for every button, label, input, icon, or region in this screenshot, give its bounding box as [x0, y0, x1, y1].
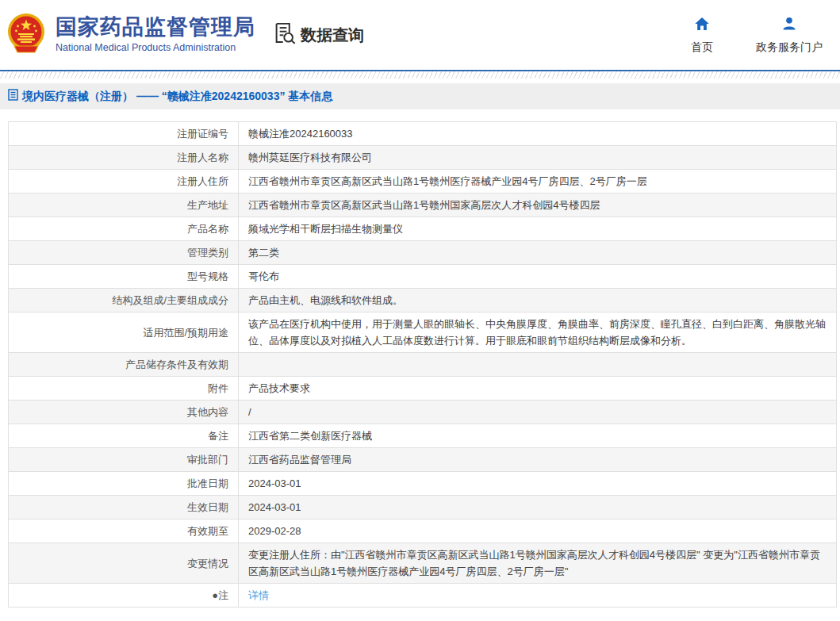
row-label: 产品名称 — [9, 217, 239, 241]
row-label: 产品储存条件及有效期 — [9, 353, 239, 377]
row-label: 变更情况 — [9, 543, 239, 584]
nav-home[interactable]: 首页 — [683, 16, 721, 55]
row-value: / — [239, 401, 837, 424]
row-value: 江西省赣州市章贡区高新区武当山路1号赣州国家高层次人才科创园4号楼四层 — [239, 194, 837, 217]
table-row-approval-date: 批准日期 2024-03-01 — [9, 472, 837, 496]
table-row-production-address: 生产地址 江西省赣州市章贡区高新区武当山路1号赣州国家高层次人才科创园4号楼四层 — [9, 194, 837, 217]
table-row-registrant-name: 注册人名称 赣州莫廷医疗科技有限公司 — [9, 146, 837, 170]
breadcrumb-text: 境内医疗器械（注册） —— “赣械注准20242160033” 基本信息 — [22, 90, 332, 104]
nav-portal-label: 政务服务门户 — [756, 40, 823, 55]
row-value: 赣械注准20242160033 — [239, 122, 837, 146]
row-label: 生效日期 — [9, 496, 239, 519]
nav-home-label: 首页 — [691, 40, 713, 55]
row-value: 赣州莫廷医疗科技有限公司 — [239, 146, 837, 170]
row-label: 其他内容 — [9, 401, 239, 424]
row-label: 管理类别 — [9, 241, 239, 265]
row-value: 详情 — [239, 584, 837, 608]
row-label: 适用范围/预期用途 — [9, 312, 239, 353]
table-row-change-record: 变更情况 变更注册人住所：由"江西省赣州市章贡区高新区武当山路1号赣州国家高层次… — [9, 543, 837, 584]
table-row-reg-number: 注册证编号 赣械注准20242160033 — [9, 122, 837, 146]
document-icon — [8, 89, 22, 104]
registration-info: 注册证编号 赣械注准20242160033 注册人名称 赣州莫廷医疗科技有限公司… — [8, 121, 837, 608]
org-name-en: National Medical Products Administration — [56, 43, 255, 54]
document-search-icon — [273, 21, 297, 48]
row-label: 审批部门 — [9, 448, 239, 472]
row-value: 频域光学相干断层扫描生物测量仪 — [239, 217, 837, 241]
row-label: 备注 — [9, 424, 239, 448]
breadcrumb: 境内医疗器械（注册） —— “赣械注准20242160033” 基本信息 — [0, 83, 840, 109]
row-value: 2024-03-01 — [239, 472, 837, 496]
row-value: 产品技术要求 — [239, 377, 837, 401]
table-row-remarks: 备注 江西省第二类创新医疗器械 — [9, 424, 837, 448]
table-row-storage-conditions: 产品储存条件及有效期 — [9, 353, 837, 377]
nav-portal[interactable]: 政务服务门户 — [756, 16, 823, 55]
data-query-section[interactable]: 数据查询 — [273, 21, 364, 48]
row-label: 注册人住所 — [9, 170, 239, 194]
row-value: 哥伦布 — [239, 265, 837, 289]
site-header: 国家药品监督管理局 National Medical Products Admi… — [0, 0, 840, 71]
row-value: 2024-03-01 — [239, 496, 837, 519]
top-nav: 首页 政务服务门户 — [683, 16, 823, 55]
row-value: 第二类 — [239, 241, 837, 265]
table-row-registrant-address: 注册人住所 江西省赣州市章贡区高新区武当山路1号赣州医疗器械产业园4号厂房四层、… — [9, 170, 837, 194]
info-table-body: 注册证编号 赣械注准20242160033 注册人名称 赣州莫廷医疗科技有限公司… — [9, 122, 837, 608]
details-link[interactable]: 详情 — [248, 589, 269, 601]
row-value: 产品由主机、电源线和软件组成。 — [239, 289, 837, 312]
org-titles: 国家药品监督管理局 National Medical Products Admi… — [56, 16, 255, 53]
row-label: 注册人名称 — [9, 146, 239, 170]
row-label: 注册证编号 — [9, 122, 239, 146]
registration-info-table: 注册证编号 赣械注准20242160033 注册人名称 赣州莫廷医疗科技有限公司… — [8, 121, 837, 608]
row-label: 批准日期 — [9, 472, 239, 496]
row-value: 变更注册人住所：由"江西省赣州市章贡区高新区武当山路1号赣州国家高层次人才科创园… — [239, 543, 837, 584]
table-row-attachment: 附件 产品技术要求 — [9, 377, 837, 401]
table-row-product-name: 产品名称 频域光学相干断层扫描生物测量仪 — [9, 217, 837, 241]
row-label: ●注 — [9, 584, 239, 608]
row-value — [239, 353, 837, 377]
row-value: 江西省赣州市章贡区高新区武当山路1号赣州医疗器械产业园4号厂房四层、2号厂房一层 — [239, 170, 837, 194]
table-row-expiry-date: 有效期至 2029-02-28 — [9, 519, 837, 543]
table-row-intended-use: 适用范围/预期用途 该产品在医疗机构中使用，用于测量人眼的眼轴长、中央角膜厚度、… — [9, 312, 837, 353]
org-name-cn: 国家药品监督管理局 — [56, 16, 255, 40]
row-value: 该产品在医疗机构中使用，用于测量人眼的眼轴长、中央角膜厚度、角膜曲率、前房深度、… — [239, 312, 837, 353]
row-value: 2029-02-28 — [239, 519, 837, 543]
data-query-label: 数据查询 — [301, 25, 364, 46]
nmpa-logo-link[interactable]: 国家药品监督管理局 National Medical Products Admi… — [6, 13, 255, 57]
row-label: 生产地址 — [9, 194, 239, 217]
table-row-approval-department: 审批部门 江西省药品监督管理局 — [9, 448, 837, 472]
table-row-composition: 结构及组成/主要组成成分 产品由主机、电源线和软件组成。 — [9, 289, 837, 312]
hatched-divider — [0, 71, 840, 79]
row-label: 有效期至 — [9, 519, 239, 543]
home-icon — [694, 16, 710, 35]
table-row-note-details: ●注 详情 — [9, 584, 837, 608]
row-label: 附件 — [9, 377, 239, 401]
table-row-other-content: 其他内容 / — [9, 401, 837, 424]
table-row-effective-date: 生效日期 2024-03-01 — [9, 496, 837, 519]
row-value: 江西省第二类创新医疗器械 — [239, 424, 837, 448]
user-icon — [781, 16, 797, 35]
row-value: 江西省药品监督管理局 — [239, 448, 837, 472]
table-row-model-spec: 型号规格 哥伦布 — [9, 265, 837, 289]
table-row-management-class: 管理类别 第二类 — [9, 241, 837, 265]
national-emblem-icon — [6, 13, 46, 57]
row-label: 型号规格 — [9, 265, 239, 289]
row-label: 结构及组成/主要组成成分 — [9, 289, 239, 312]
